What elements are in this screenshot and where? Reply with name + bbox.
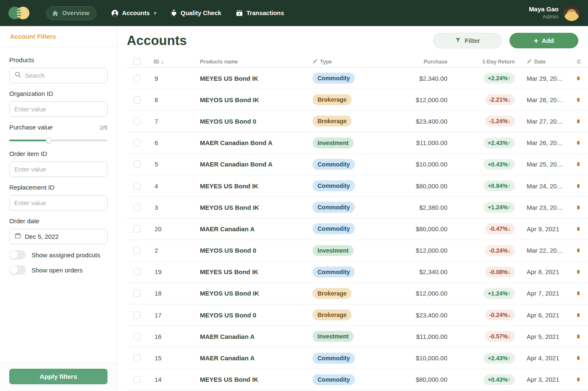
table-row[interactable]: 20 MAER Canadian A Commodity $80,000.00 … [127,218,588,240]
column-header-clipped[interactable]: C [565,59,588,65]
row-checkbox[interactable] [134,268,141,275]
table-row[interactable]: 16 MAER Canadian A Investment $11,000.00… [127,326,588,347]
clipped-status-mark [577,141,580,145]
cell-id: 5 [154,161,200,168]
cell-product-name: MEYOS US Bond IK [200,204,312,211]
table-row[interactable]: 2 MEYOS US Bond 0 Investment $12,000.00 … [127,240,588,262]
row-checkbox[interactable] [134,139,141,146]
row-checkbox[interactable] [134,118,141,125]
apply-filters-button[interactable]: Apply filters [9,369,108,384]
type-badge: Commodity [312,353,355,364]
cell-product-name: MEYOS US Bond 0 [200,312,312,319]
main-content: Accounts Filter + Add ID ↓ Products name [117,26,588,391]
replacement-label: Replacement ID [9,184,108,191]
column-header-type[interactable]: Type [312,58,409,65]
order-date-input[interactable]: Dec 5, 2022 [9,229,108,244]
type-badge: Brokerage [312,94,352,105]
table-row[interactable]: 4 MEYES US Bond IK Commodity $80,000.00 … [127,175,588,197]
calendar-icon [14,232,21,241]
clipped-status-mark [577,206,580,209]
column-header-date[interactable]: Date [515,58,565,65]
table-row[interactable]: 18 MEYOS US Bond IK Brokerage $12,000.00… [127,283,588,304]
cell-date: Apr 3, 2021 [515,376,565,383]
show-assigned-products-toggle[interactable] [9,250,26,259]
cell-purchase: $23,400.00 [409,312,447,319]
cell-product-name: MEYOS US Bond 0 [200,118,312,125]
clipped-status-mark [577,335,580,338]
purchase-value-label: Purchase value [9,124,52,131]
order-item-placeholder: Enter value [14,166,46,173]
cell-id: 16 [154,333,200,340]
cell-product-name: MEYES US Bond IK [200,182,312,190]
row-checkbox[interactable] [134,290,141,297]
row-checkbox[interactable] [134,204,141,211]
purchase-value-slider[interactable] [9,137,108,143]
row-checkbox[interactable] [134,75,141,82]
cell-purchase: $11,000.00 [409,139,447,146]
products-label: Products [9,56,108,63]
table-row[interactable]: 8 MEYOS US Bond IK Brokerage $12,000.00 … [127,89,588,111]
table-row[interactable]: 19 MEYES US Bond IK Commodity $2,340.00 … [127,262,588,283]
row-checkbox[interactable] [134,333,141,340]
return-badge: -1.24%↓ [485,116,515,127]
return-badge: -0.47%↓ [485,223,515,234]
row-checkbox[interactable] [134,376,141,383]
toggle-knob [10,251,18,259]
table-row[interactable]: 7 MEYOS US Bond 0 Brokerage $23,400.00 -… [127,111,588,132]
select-all-checkbox[interactable] [134,58,141,65]
nav-item-overview[interactable]: Overview [46,6,97,20]
slider-thumb[interactable] [46,137,52,143]
filters-sidebar: Account Filters Products Search Organiza… [0,26,117,391]
row-checkbox[interactable] [134,96,141,103]
table-row[interactable]: 3 MEYOS US Bond IK Commodity $2,380.00 +… [127,197,588,218]
cell-date: Apr 5, 2021 [515,333,565,340]
cell-product-name: MEYES US Bond IK [200,376,312,383]
table-row[interactable]: 6 MAER Canadian Bond A Investment $11,00… [127,132,588,154]
show-open-orders-toggle[interactable] [9,265,26,275]
row-checkbox[interactable] [134,225,141,232]
sort-desc-icon: ↓ [161,58,164,65]
sidebar-footer: Apply filters [0,363,117,391]
table-row[interactable]: 9 MEYES US Bond IK Commodity $2,340.00 +… [127,68,588,89]
row-checkbox[interactable] [134,312,141,319]
order-item-input[interactable]: Enter value [9,161,108,177]
products-search-input[interactable]: Search [9,68,108,83]
row-checkbox[interactable] [134,161,141,168]
column-label: Type [320,59,332,65]
table-row[interactable]: 17 MEYOS US Bond 0 Brokerage $23,400.00 … [127,304,588,326]
toggle-label: Show open orders [32,267,83,274]
cell-product-name: MEYOS US Bond IK [200,290,312,297]
nav-item-accounts[interactable]: Accounts ▾ [111,9,157,17]
sidebar-title: Account Filters [0,26,117,47]
row-checkbox[interactable] [134,182,141,190]
add-button[interactable]: + Add [509,33,578,48]
column-label: ID [154,59,159,65]
search-icon [14,71,21,80]
app-logo[interactable] [8,6,31,20]
home-icon [52,10,59,17]
table-row[interactable]: 5 MAER Canadian Bond A Commodity $10,000… [127,154,588,175]
nav-item-quality-check[interactable]: Quality Check [171,9,221,17]
cell-id: 9 [154,75,200,82]
column-header-id[interactable]: ID ↓ [154,58,200,65]
avatar[interactable] [564,5,580,21]
table-row[interactable]: 15 MAER Canadian A Commodity $10,000.00 … [127,347,588,369]
header-select-all[interactable] [127,58,154,65]
toggle-row-assigned-products: Show assigned prodcuts [9,250,108,259]
nav-item-transactions[interactable]: Transactions [236,9,284,17]
org-id-input[interactable]: Enter value [9,101,108,117]
clipped-status-mark [577,77,580,80]
filter-button-label: Filter [465,37,480,44]
replacement-input[interactable]: Enter value [9,195,108,211]
row-checkbox[interactable] [134,247,141,254]
column-header-products-name[interactable]: Products name [200,59,312,65]
filter-button[interactable]: Filter [433,33,502,48]
cell-product-name: MAER Canadian A [200,333,312,340]
column-header-1day-return[interactable]: 1-Day Return [447,59,515,65]
user-menu[interactable]: Maya Gao Admin [529,5,580,21]
table-row[interactable]: 14 MEYES US Bond IK Commodity $80,000.00… [127,369,588,391]
type-badge: Commodity [312,223,355,234]
row-checkbox[interactable] [134,354,141,362]
column-header-purchase[interactable]: Purchase [409,59,447,65]
table-body: 9 MEYES US Bond IK Commodity $2,340.00 +… [127,68,588,391]
